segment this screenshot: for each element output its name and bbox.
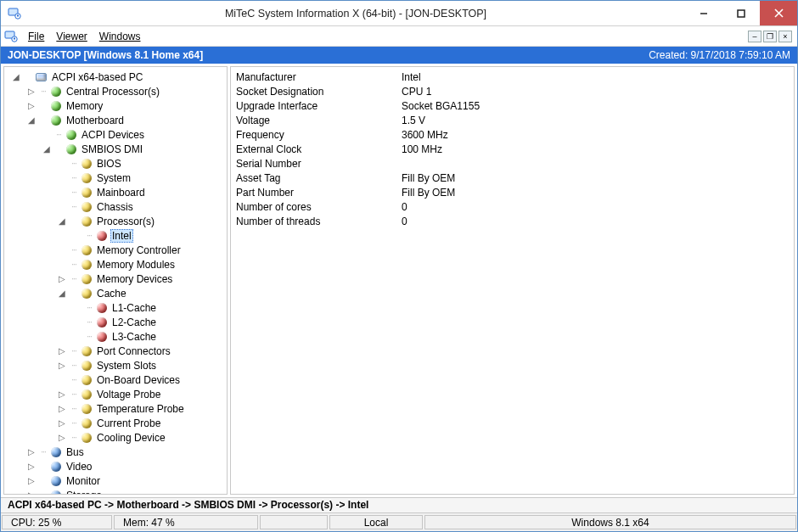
tree-node-motherboard[interactable]: ◢Motherboard bbox=[4, 113, 227, 127]
node-icon bbox=[36, 73, 47, 81]
expand-icon[interactable]: ▷ bbox=[57, 418, 67, 428]
tree-node-processor-s-[interactable]: ◢Processor(s) bbox=[4, 214, 227, 228]
node-icon bbox=[51, 476, 61, 486]
detail-row[interactable]: Upgrade InterfaceSocket BGA1155 bbox=[236, 98, 789, 113]
tree-node-cache[interactable]: ◢Cache bbox=[4, 286, 227, 300]
expand-icon[interactable]: ▷ bbox=[26, 447, 37, 457]
node-icon bbox=[97, 332, 107, 342]
expand-icon bbox=[57, 260, 67, 270]
tree-connector: ··· bbox=[83, 303, 95, 312]
tree-node-current-probe[interactable]: ▷···Current Probe bbox=[4, 416, 227, 430]
expand-icon[interactable]: ◢ bbox=[42, 144, 52, 154]
tree-node-memory[interactable]: ▷Memory bbox=[4, 98, 227, 113]
tree-node-storage[interactable]: ▷Storage bbox=[4, 488, 227, 495]
menu-windows[interactable]: Windows bbox=[94, 28, 146, 45]
content: ◢ACPI x64-based PC▷···Central Processor(… bbox=[1, 64, 797, 497]
tree-connector: ··· bbox=[68, 260, 80, 269]
tree-connector: ··· bbox=[68, 274, 80, 283]
app-icon bbox=[8, 7, 21, 20]
close-button[interactable] bbox=[760, 1, 797, 25]
status-os: Windows 8.1 x64 bbox=[424, 515, 796, 529]
expand-icon[interactable]: ▷ bbox=[57, 274, 67, 284]
node-icon bbox=[81, 159, 92, 169]
tree-node-voltage-probe[interactable]: ▷···Voltage Probe bbox=[4, 387, 227, 401]
tree-node-l2-cache[interactable]: ···L2-Cache bbox=[4, 315, 227, 329]
menu-viewer[interactable]: Viewer bbox=[51, 28, 92, 45]
tree-node-mainboard[interactable]: ···Mainboard bbox=[4, 185, 227, 199]
maximize-button[interactable] bbox=[722, 1, 760, 25]
mdi-minimize-button[interactable]: – bbox=[748, 31, 761, 42]
tree-node-video[interactable]: ▷Video bbox=[4, 459, 227, 473]
expand-icon[interactable]: ▷ bbox=[26, 101, 37, 111]
detail-row[interactable]: Socket DesignationCPU 1 bbox=[236, 84, 789, 98]
expand-icon[interactable]: ▷ bbox=[57, 433, 67, 443]
menu-file[interactable]: File bbox=[23, 28, 49, 45]
tree-node-bus[interactable]: ▷···Bus bbox=[4, 445, 227, 459]
tree-connector: ··· bbox=[68, 202, 80, 211]
tree-node-system-slots[interactable]: ▷···System Slots bbox=[4, 358, 227, 372]
tree-node-smbios-dmi[interactable]: ◢SMBIOS DMI bbox=[4, 142, 227, 156]
expand-icon[interactable]: ▷ bbox=[57, 404, 67, 414]
tree-node-acpi-devices[interactable]: ···ACPI Devices bbox=[4, 127, 227, 142]
detail-key: Socket Designation bbox=[236, 86, 402, 98]
minimize-button[interactable] bbox=[685, 1, 722, 25]
tree-node-memory-devices[interactable]: ▷···Memory Devices bbox=[4, 272, 227, 286]
tree-node-temperature-probe[interactable]: ▷···Temperature Probe bbox=[4, 401, 227, 416]
expand-icon bbox=[57, 173, 67, 183]
detail-view[interactable]: ManufacturerIntelSocket DesignationCPU 1… bbox=[230, 66, 795, 495]
expand-icon[interactable]: ▷ bbox=[26, 476, 37, 486]
expand-icon[interactable]: ◢ bbox=[11, 72, 21, 82]
tree-node-intel[interactable]: ···Intel bbox=[4, 228, 227, 243]
tree-node-monitor[interactable]: ▷Monitor bbox=[4, 473, 227, 488]
svg-rect-9 bbox=[14, 37, 15, 39]
detail-key: Upgrade Interface bbox=[236, 100, 402, 112]
detail-row[interactable]: Frequency3600 MHz bbox=[236, 127, 789, 142]
tree-node-bios[interactable]: ···BIOS bbox=[4, 156, 227, 171]
detail-row[interactable]: Number of threads0 bbox=[236, 214, 789, 228]
tree-node-cooling-device[interactable]: ▷···Cooling Device bbox=[4, 430, 227, 445]
tree-connector: ··· bbox=[68, 389, 80, 399]
detail-row[interactable]: Asset TagFill By OEM bbox=[236, 171, 789, 185]
detail-row[interactable]: Serial Number bbox=[236, 156, 789, 171]
tree-node-l3-cache[interactable]: ···L3-Cache bbox=[4, 329, 227, 344]
expand-icon[interactable]: ◢ bbox=[57, 216, 67, 227]
node-icon bbox=[81, 433, 92, 443]
node-label: System Slots bbox=[95, 360, 158, 372]
tree-node-central-processor-s-[interactable]: ▷···Central Processor(s) bbox=[4, 84, 227, 98]
expand-icon[interactable]: ▷ bbox=[57, 346, 67, 356]
expand-icon[interactable]: ▷ bbox=[57, 389, 67, 400]
tree-connector: ··· bbox=[68, 361, 80, 370]
tree-node-system[interactable]: ···System bbox=[4, 171, 227, 185]
detail-row[interactable]: External Clock100 MHz bbox=[236, 142, 789, 156]
tree-node-port-connectors[interactable]: ▷···Port Connectors bbox=[4, 344, 227, 358]
tree-node-on-board-devices[interactable]: ···On-Board Devices bbox=[4, 372, 227, 387]
detail-row[interactable]: Part NumberFill By OEM bbox=[236, 185, 789, 199]
expand-icon[interactable]: ◢ bbox=[26, 115, 37, 126]
expand-icon bbox=[72, 332, 82, 342]
tree-node-l1-cache[interactable]: ···L1-Cache bbox=[4, 300, 227, 315]
detail-row[interactable]: Number of cores0 bbox=[236, 199, 789, 214]
tree-connector: ··· bbox=[83, 317, 95, 327]
tree-node-memory-controller[interactable]: ···Memory Controller bbox=[4, 243, 227, 257]
expand-icon[interactable]: ▷ bbox=[26, 462, 37, 472]
detail-row[interactable]: Voltage1.5 V bbox=[236, 113, 789, 127]
expand-icon[interactable]: ◢ bbox=[57, 288, 67, 299]
tree-node-chassis[interactable]: ···Chassis bbox=[4, 199, 227, 214]
mdi-close-button[interactable]: × bbox=[778, 31, 792, 42]
svg-rect-4 bbox=[738, 10, 745, 17]
tree-view[interactable]: ◢ACPI x64-based PC▷···Central Processor(… bbox=[3, 66, 228, 495]
tree-node-memory-modules[interactable]: ···Memory Modules bbox=[4, 257, 227, 272]
node-label: Cooling Device bbox=[95, 432, 167, 444]
node-icon bbox=[81, 274, 92, 284]
tree-connector: ··· bbox=[83, 332, 95, 341]
expand-icon[interactable]: ▷ bbox=[57, 361, 67, 371]
mdi-restore-button[interactable]: ❐ bbox=[763, 31, 777, 42]
expand-icon bbox=[57, 159, 67, 169]
created-label: Created: 9/17/2018 7:59:10 AM bbox=[649, 49, 790, 61]
expand-icon[interactable]: ▷ bbox=[26, 490, 37, 496]
node-icon bbox=[51, 87, 61, 97]
tree-node-acpi-x64-based-pc[interactable]: ◢ACPI x64-based PC bbox=[4, 70, 227, 84]
expand-icon[interactable]: ▷ bbox=[26, 87, 37, 97]
detail-row[interactable]: ManufacturerIntel bbox=[236, 70, 789, 84]
tree-connector: ··· bbox=[37, 447, 49, 456]
